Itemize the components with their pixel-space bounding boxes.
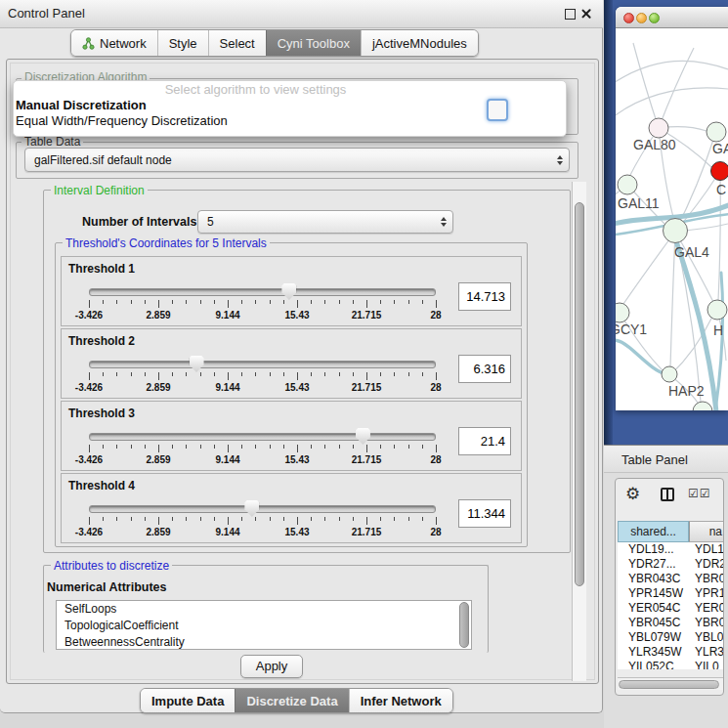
panel-scrollbar-thumb[interactable]	[575, 202, 584, 586]
tick-mark	[145, 300, 146, 304]
slider-thumb[interactable]	[244, 500, 259, 517]
network-node-node-top-right[interactable]	[707, 122, 726, 142]
cell-shared-name: YER054C	[618, 601, 689, 616]
network-canvas[interactable]: GAL80GACGAL11GAL4GCY1HHAP2	[616, 28, 728, 410]
split-column-icon[interactable]	[661, 488, 674, 501]
tab-impute-data[interactable]: Impute Data	[141, 689, 235, 712]
table-row[interactable]: YDR27...YDR2	[618, 557, 724, 572]
threshold-slider[interactable]: -3.4262.8599.14415.4321.71528	[89, 284, 436, 323]
network-edge[interactable]	[659, 48, 694, 128]
network-edge[interactable]	[616, 61, 728, 87]
attribute-list-item[interactable]: SelfLoops	[57, 601, 471, 618]
attributes-list-scrollbar[interactable]	[459, 602, 469, 648]
apply-button[interactable]: Apply	[240, 655, 303, 678]
network-node-GAL11[interactable]	[618, 175, 637, 194]
tick-mark	[270, 300, 271, 304]
slider-track[interactable]	[89, 288, 436, 296]
threshold-value-field[interactable]: 11.344	[458, 499, 511, 528]
table-body: YDL19...YDL1YDR27...YDR2YBR043CYBR0YPR14…	[618, 542, 724, 669]
close-button[interactable]	[623, 13, 634, 23]
table-row[interactable]: YBR045CYBR0	[618, 616, 724, 630]
tab-jactivemnodules[interactable]: jActiveMNodules	[361, 30, 478, 56]
tick-mark	[270, 372, 271, 376]
minimize-button[interactable]	[636, 13, 647, 23]
table-row[interactable]: YER054CYER0	[618, 601, 724, 616]
panel-scrollbar-track[interactable]	[572, 182, 586, 681]
network-edge[interactable]	[633, 43, 659, 128]
tick-mark	[353, 372, 354, 376]
tick-mark	[311, 372, 312, 376]
network-node-node-bottom[interactable]	[693, 402, 712, 410]
cell-name: YDL1	[689, 542, 724, 557]
table-hscrollbar-thumb[interactable]	[619, 680, 719, 689]
threshold-value-field[interactable]: 21.4	[458, 427, 511, 455]
threshold-slider[interactable]: -3.4262.8599.14415.4321.71528	[89, 429, 436, 468]
tick-mark	[339, 372, 340, 376]
tab-cyni-toolbox[interactable]: Cyni Toolbox	[266, 30, 361, 56]
network-edge[interactable]	[623, 232, 675, 304]
tick-mark	[145, 372, 146, 376]
network-node-node-red[interactable]	[711, 162, 728, 181]
dropdown-option-manual-discretization[interactable]: Manual Discretization	[14, 98, 566, 113]
tab-infer-network[interactable]: Infer Network	[349, 689, 452, 712]
slider-track[interactable]	[89, 505, 436, 513]
tab-select[interactable]: Select	[208, 30, 266, 56]
checkbox-icons[interactable]: ☑☑	[688, 487, 711, 500]
tick-label: 15.43	[284, 454, 309, 465]
network-node-label: GAL80	[633, 137, 676, 152]
tick-label: 9.144	[215, 527, 239, 537]
float-window-icon[interactable]	[565, 9, 576, 20]
column-header-name[interactable]: na	[689, 521, 724, 542]
tick-mark	[241, 300, 242, 304]
slider-track[interactable]	[89, 433, 436, 441]
slider-track[interactable]	[89, 361, 436, 368]
table-hscrollbar-track[interactable]	[618, 677, 724, 690]
threshold-value-field[interactable]: 14.713	[458, 282, 511, 311]
tick-mark	[186, 300, 187, 304]
table-row[interactable]: YBR043CYBR0	[618, 572, 724, 586]
network-node-node-right-mid[interactable]	[707, 300, 727, 320]
tick-mark	[158, 372, 159, 380]
table-row[interactable]: YBL079WYBL0	[618, 630, 724, 645]
tick-mark	[408, 372, 409, 376]
tab-network[interactable]: Network	[71, 30, 157, 56]
tick-label: 15.43	[284, 527, 309, 537]
threshold-slider[interactable]: -3.4262.8599.14415.4321.71528	[89, 501, 436, 540]
cell-name: YBR0	[689, 616, 724, 630]
close-icon[interactable]	[580, 8, 592, 20]
tab-discretize-data[interactable]: Discretize Data	[235, 689, 348, 712]
network-node-HAP2[interactable]	[662, 366, 677, 382]
slider-thumb[interactable]	[190, 356, 204, 372]
table-row[interactable]: YIL052CYIL0	[618, 660, 724, 669]
cell-shared-name: YDL19...	[618, 542, 689, 557]
attribute-list-item[interactable]: BetweennessCentrality	[57, 634, 471, 650]
threshold-panel: Threshold 2-3.4262.8599.14415.4321.71528…	[61, 328, 522, 399]
slider-thumb[interactable]	[356, 428, 370, 445]
network-node-GAL80[interactable]	[649, 118, 668, 138]
network-node-GCY1[interactable]	[616, 303, 629, 322]
tick-label: 2.859	[146, 527, 170, 537]
gear-icon[interactable]: ⚙	[625, 485, 640, 504]
combobox-focus-ring-fragment[interactable]	[487, 99, 508, 121]
dropdown-option-equal-width-frequency[interactable]: Equal Width/Frequency Discretization	[14, 113, 566, 129]
zoom-button[interactable]	[649, 13, 660, 23]
table-row[interactable]: YDL19...YDL1	[618, 542, 724, 557]
tick-mark	[324, 445, 325, 449]
threshold-slider[interactable]: -3.4262.8599.14415.4321.71528	[89, 357, 436, 396]
table-data-combobox[interactable]: galFiltered.sif default node	[24, 148, 570, 172]
network-window-titlebar[interactable]	[616, 7, 728, 28]
threshold-panel: Threshold 4-3.4262.8599.14415.4321.71528…	[61, 473, 522, 543]
threshold-value-field[interactable]: 6.316	[458, 355, 511, 383]
tick-mark	[339, 445, 340, 449]
tab-style[interactable]: Style	[157, 30, 208, 56]
table-panel-header: Table Panel	[604, 445, 728, 473]
threshold-label: Threshold 4	[68, 479, 135, 492]
table-row[interactable]: YPR145WYPR1	[618, 586, 724, 601]
attribute-list-item[interactable]: TopologicalCoefficient	[57, 618, 471, 634]
slider-thumb[interactable]	[281, 283, 296, 300]
network-node-GAL4[interactable]	[664, 219, 688, 243]
network-edge[interactable]	[616, 88, 728, 121]
column-header-shared-name[interactable]: shared...	[618, 521, 689, 542]
table-row[interactable]: YLR345WYLR3	[618, 645, 724, 660]
number-of-intervals-combobox[interactable]: 5	[197, 210, 453, 234]
